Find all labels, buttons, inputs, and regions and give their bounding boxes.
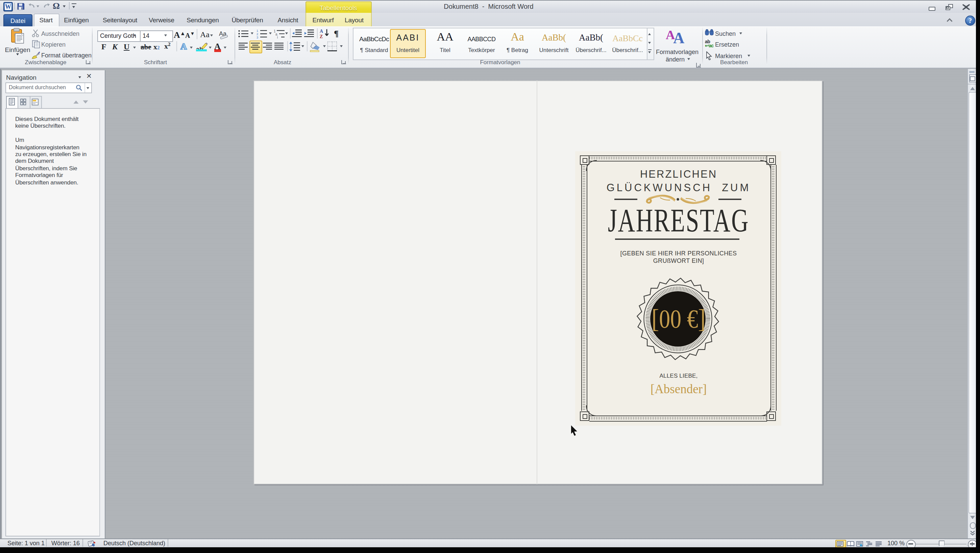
svg-text:3: 3 (256, 35, 258, 38)
svg-text:Z: Z (320, 34, 323, 38)
svg-text:i: i (277, 35, 278, 38)
svg-text:A: A (320, 29, 323, 33)
svg-text:1: 1 (256, 29, 258, 32)
svg-text:2: 2 (256, 32, 258, 35)
